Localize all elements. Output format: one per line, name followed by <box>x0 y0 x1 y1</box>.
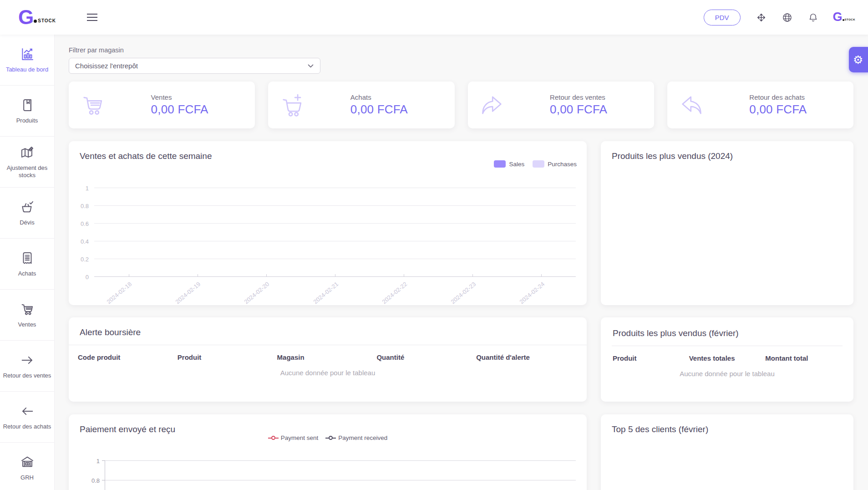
sidebar-item-grh[interactable]: GRH <box>0 443 54 490</box>
y-tick-label: 1 <box>96 458 100 464</box>
y-tick-label: 0.8 <box>81 203 89 209</box>
sidebar-item-label: Dévis <box>20 219 35 226</box>
sidebar-item-ventes[interactable]: Ventes <box>0 290 54 341</box>
arrow-right-icon <box>20 352 35 368</box>
y-tick-label: 0.2 <box>81 256 89 263</box>
x-tick-label: 2024-02-22 <box>381 281 408 305</box>
notifications-button[interactable] <box>808 12 818 23</box>
sidebar-item-label: Achats <box>18 270 36 277</box>
stat-cards-row: Ventes 0,00 FCFA Achats 0,00 FCFA Retour… <box>69 82 853 128</box>
chevron-down-icon <box>307 62 315 70</box>
payments-gridline: 0.8 <box>105 480 576 480</box>
weekly-chart-legend: Sales Purchases <box>494 160 577 168</box>
pdv-button[interactable]: PDV <box>704 10 741 26</box>
main-content: Filtrer par magasin Choisissez l'entrepô… <box>55 35 868 490</box>
gear-icon: ⚙ <box>853 53 863 66</box>
globe-icon <box>782 12 792 23</box>
y-tick-label: 0.6 <box>81 220 89 227</box>
forward-arrow-icon <box>479 92 505 118</box>
sidebar-item-label: Ajustement des stocks <box>2 164 52 179</box>
basket-check-icon <box>20 199 35 215</box>
column-header: Montant total <box>765 354 842 362</box>
book-icon <box>20 97 35 113</box>
reply-arrow-icon <box>678 92 705 118</box>
sidebar-nav: Tableau de bord Produits Ajustement des … <box>0 35 55 490</box>
sidebar-item-label: GRH <box>20 474 34 481</box>
app-logo[interactable]: G STOCK <box>18 9 56 25</box>
sales-swatch-icon <box>494 160 506 168</box>
column-header: Ventes totales <box>689 354 766 362</box>
logo-suffix: STOCK <box>38 18 56 23</box>
x-tick-label: 2024-02-19 <box>174 281 202 305</box>
x-tick-label: 2024-02-24 <box>518 281 546 305</box>
sidebar-item-achats[interactable]: Achats <box>0 239 54 290</box>
legend-item-purchases[interactable]: Purchases <box>533 160 577 168</box>
sidebar-item-retour-des-achats[interactable]: Retour des achats <box>0 392 54 443</box>
stat-label: Ventes <box>151 93 208 101</box>
menu-toggle-button[interactable] <box>84 9 100 26</box>
stat-label: Retour des ventes <box>550 93 607 101</box>
avatar-logo-dot-icon <box>843 19 844 21</box>
empty-table-message: Aucune donnée pour le tableau <box>69 369 587 377</box>
cart-icon <box>80 92 106 118</box>
top-clients-card: Top 5 des clients (février) <box>601 414 853 490</box>
sidebar-item-tableau-de-bord[interactable]: Tableau de bord <box>0 35 54 86</box>
logo-dot-icon <box>34 20 37 23</box>
stat-value: 0,00 FCFA <box>350 102 408 117</box>
dashboard-chart-icon <box>20 46 35 62</box>
x-tick-label: 2024-02-20 <box>243 281 271 305</box>
payments-chart-card: Paiement envoyé et reçu Payment sent Pay… <box>69 414 587 490</box>
weekly-chart-plot: 1 0.8 0.6 0.4 0.2 0 2024-02-18 2024-02-1… <box>94 188 576 276</box>
legend-item-payment-sent[interactable]: Payment sent <box>268 434 319 441</box>
payments-gridline: 1 <box>105 460 576 461</box>
bell-icon <box>808 12 818 23</box>
top-products-month-table-header: Produit Ventes totales Montant total <box>601 346 853 362</box>
store-filter-label: Filtrer par magasin <box>69 46 853 54</box>
legend-item-sales[interactable]: Sales <box>494 160 524 168</box>
payments-y-axis <box>105 460 105 490</box>
y-tick-label: 1 <box>86 185 89 192</box>
stat-card-ventes: Ventes 0,00 FCFA <box>69 82 255 128</box>
sidebar-item-ajustement-des-stocks[interactable]: Ajustement des stocks <box>0 137 54 188</box>
column-header: Magasin <box>277 353 377 361</box>
payment-sent-marker-icon <box>268 436 279 440</box>
user-avatar[interactable]: G STOCK <box>833 12 855 22</box>
column-header: Quantité d'alerte <box>476 353 576 361</box>
avatar-logo-letter: G <box>833 12 842 22</box>
y-tick-label: 0 <box>86 274 89 281</box>
x-tick-label: 2024-02-21 <box>312 281 340 305</box>
language-button[interactable] <box>782 12 792 23</box>
purchases-swatch-icon <box>533 160 544 168</box>
map-pencil-icon <box>20 145 35 160</box>
store-select[interactable]: Choisissez l'entrepôt <box>69 58 320 74</box>
sidebar-item-label: Tableau de bord <box>6 66 48 73</box>
sidebar-item-devis[interactable]: Dévis <box>0 188 54 239</box>
column-header: Produit <box>178 353 277 361</box>
payments-chart-legend: Payment sent Payment received <box>69 434 587 441</box>
x-tick-label: 2024-02-18 <box>106 281 133 305</box>
sidebar-item-produits[interactable]: Produits <box>0 86 54 137</box>
top-clients-title: Top 5 des clients (février) <box>601 414 853 434</box>
top-products-month-card: Produits les plus vendus (février) Produ… <box>601 317 853 402</box>
legend-label: Sales <box>509 161 524 168</box>
sidebar-item-label: Retour des ventes <box>3 372 51 379</box>
legend-label: Payment received <box>338 434 387 441</box>
legend-label: Purchases <box>548 161 577 168</box>
sidebar-item-retour-des-ventes[interactable]: Retour des ventes <box>0 341 54 392</box>
cart-icon <box>20 301 35 317</box>
weekly-sales-chart-card: Ventes et achats de cette semaine Sales … <box>69 141 587 305</box>
x-tick-label: 2024-02-23 <box>449 281 477 305</box>
y-tick-label: 0.4 <box>81 238 89 245</box>
stat-card-achats: Achats 0,00 FCFA <box>268 82 454 128</box>
receipt-icon <box>20 250 35 266</box>
stat-value: 0,00 FCFA <box>151 102 208 117</box>
move-arrows-icon <box>756 12 766 23</box>
logo-letter: G <box>18 9 33 25</box>
legend-item-payment-received[interactable]: Payment received <box>325 434 387 441</box>
empty-table-message: Aucune donnée pour le tableau <box>601 370 853 378</box>
fullscreen-move-button[interactable] <box>756 12 766 23</box>
stat-label: Achats <box>350 93 408 101</box>
column-header: Quantité <box>376 353 476 361</box>
theme-customizer-button[interactable]: ⚙ <box>849 47 868 72</box>
stat-value: 0,00 FCFA <box>550 102 607 117</box>
